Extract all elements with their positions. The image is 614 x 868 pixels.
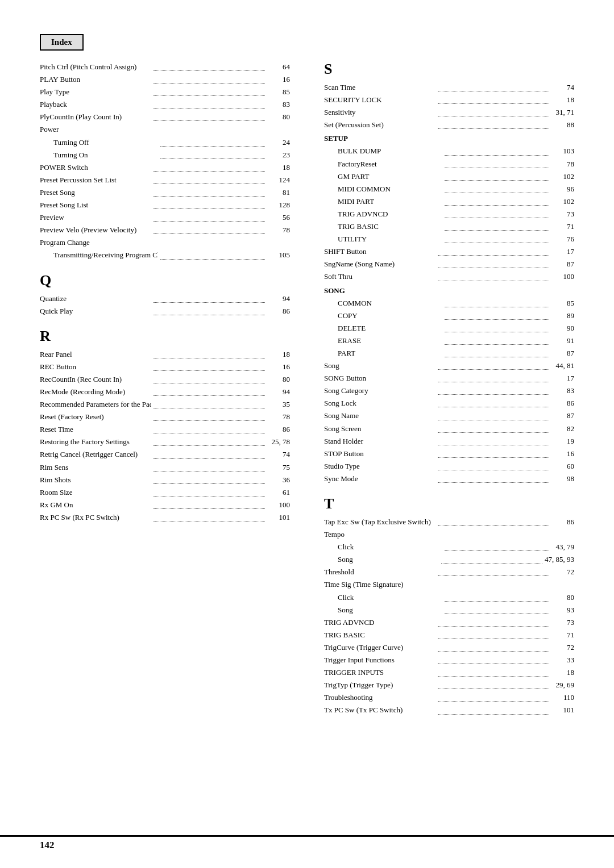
list-item: Tx PC Sw (Tx PC Switch) 101: [324, 704, 574, 716]
list-item: SHIFT Button 17: [324, 245, 574, 258]
list-item: SECURITY LOCK 18: [324, 94, 574, 106]
section-letter-s: S: [324, 61, 574, 78]
list-item: Restoring the Factory Settings 25, 78: [40, 436, 290, 448]
list-item: Song 44, 81: [324, 360, 574, 372]
list-item: MIDI PART 102: [324, 195, 574, 208]
list-item: Recommended Parameters for the Pads 35: [40, 398, 290, 411]
list-item: POWER Switch 18: [40, 161, 290, 174]
list-item: COMMON 85: [324, 297, 574, 310]
list-item: Sensitivity 31, 71: [324, 106, 574, 119]
list-item: Quick Play 86: [40, 305, 290, 318]
list-item: COPY 89: [324, 310, 574, 322]
list-item: REC Button 16: [40, 361, 290, 373]
group-label-song: SONG: [324, 285, 574, 297]
list-item: Preset Song List 128: [40, 199, 290, 211]
list-item: TRIG BASIC 71: [324, 629, 574, 641]
list-item: Scan Time 74: [324, 81, 574, 94]
list-item: PLAY Button 16: [40, 73, 290, 86]
list-item: GM PART 102: [324, 170, 574, 183]
list-item: Click 43, 79: [324, 541, 574, 553]
list-item: Sync Mode 98: [324, 473, 574, 485]
list-item: Rim Shots 36: [40, 474, 290, 486]
list-item: MIDI COMMON 96: [324, 183, 574, 195]
list-item: Preset Song 81: [40, 186, 290, 199]
list-item: Song Lock 86: [324, 397, 574, 410]
group-label: Program Change: [40, 236, 290, 249]
list-item: STOP Button 16: [324, 448, 574, 460]
index-title: Index: [40, 34, 84, 51]
list-item: Trigger Input Functions 33: [324, 654, 574, 666]
list-item: SONG Button 17: [324, 372, 574, 385]
list-item: Preview 56: [40, 211, 290, 224]
list-item: Rx GM On 100: [40, 499, 290, 511]
list-item: Song Category 83: [324, 385, 574, 397]
list-item: BULK DUMP 103: [324, 145, 574, 157]
section-letter-t: T: [324, 495, 574, 512]
list-item: Tap Exc Sw (Tap Exclusive Switch) 86: [324, 516, 574, 528]
list-item: SngName (Song Name) 87: [324, 258, 574, 270]
list-item: Preset Percussion Set List 124: [40, 174, 290, 186]
list-item: Rx PC Sw (Rx PC Switch) 101: [40, 511, 290, 524]
list-item: Set (Percussion Set) 88: [324, 119, 574, 131]
list-item: Soft Thru 100: [324, 270, 574, 283]
list-item: PART 87: [324, 347, 574, 360]
list-item: TRIGGER INPUTS 18: [324, 666, 574, 679]
list-item: Room Size 61: [40, 486, 290, 499]
q-section: Q Quantize 94 Quick Play 86: [40, 272, 290, 318]
group-label-timesig: Time Sig (Time Signature): [324, 578, 574, 591]
page-number: 142: [40, 840, 55, 851]
list-item: ERASE 91: [324, 335, 574, 347]
list-item: Song 93: [324, 604, 574, 616]
list-item: TrigTyp (Trigger Type) 29, 69: [324, 679, 574, 691]
list-item: Rear Panel 18: [40, 348, 290, 361]
group-label-tempo: Tempo: [324, 528, 574, 541]
list-item: Playback 83: [40, 98, 290, 111]
t-section: T Tap Exc Sw (Tap Exclusive Switch) 86 T…: [324, 495, 574, 717]
list-item: Stand Holder 19: [324, 435, 574, 448]
list-item: Studio Type 60: [324, 460, 574, 473]
list-item: Play Type 85: [40, 86, 290, 98]
list-item: Rim Sens 75: [40, 461, 290, 474]
list-item: Song Name 87: [324, 410, 574, 422]
list-item: RecCountIn (Rec Count In) 80: [40, 373, 290, 386]
left-column: Pitch Ctrl (Pitch Control Assign) 64 PLA…: [40, 61, 290, 717]
list-item: Reset (Factory Reset) 78: [40, 411, 290, 423]
list-item: Pitch Ctrl (Pitch Control Assign) 64: [40, 61, 290, 73]
list-item: Song Screen 82: [324, 423, 574, 435]
list-item: Quantize 94: [40, 293, 290, 305]
list-item: TrigCurve (Trigger Curve) 72: [324, 641, 574, 654]
right-column: S Scan Time 74 SECURITY LOCK 18 Sensitiv…: [324, 61, 574, 717]
list-item: Reset Time 86: [40, 423, 290, 436]
list-item: RecMode (Recording Mode) 94: [40, 386, 290, 398]
r-section: R Rear Panel 18 REC Button 16 RecCountIn…: [40, 328, 290, 524]
list-item: FactoryReset 78: [324, 158, 574, 170]
list-item: PlyCountIn (Play Count In) 80: [40, 111, 290, 123]
group-label-setup: SETUP: [324, 132, 574, 145]
list-item: TRIG ADVNCD 73: [324, 616, 574, 629]
group-label: Power: [40, 123, 290, 136]
list-item: TRIG BASIC 71: [324, 220, 574, 233]
list-item: Transmitting/Receiving Program Changes 1…: [40, 249, 290, 261]
list-item: Click 80: [324, 591, 574, 604]
list-item: Troubleshooting 110: [324, 691, 574, 704]
s-section: S Scan Time 74 SECURITY LOCK 18 Sensitiv…: [324, 61, 574, 485]
page: Index Pitch Ctrl (Pitch Control Assign) …: [0, 0, 614, 868]
section-letter-r: R: [40, 328, 290, 345]
list-item: Turning Off 24: [40, 136, 290, 149]
section-letter-q: Q: [40, 272, 290, 289]
list-item: TRIG ADVNCD 73: [324, 208, 574, 220]
list-item: UTILITY 76: [324, 233, 574, 245]
list-item: Song 47, 85, 93: [324, 553, 574, 566]
list-item: Turning On 23: [40, 149, 290, 161]
list-item: Preview Velo (Preview Velocity) 78: [40, 224, 290, 236]
list-item: Retrig Cancel (Retrigger Cancel) 74: [40, 448, 290, 461]
p-section: Pitch Ctrl (Pitch Control Assign) 64 PLA…: [40, 61, 290, 262]
list-item: DELETE 90: [324, 322, 574, 335]
bottom-rule: [0, 835, 614, 837]
list-item: Threshold 72: [324, 566, 574, 578]
